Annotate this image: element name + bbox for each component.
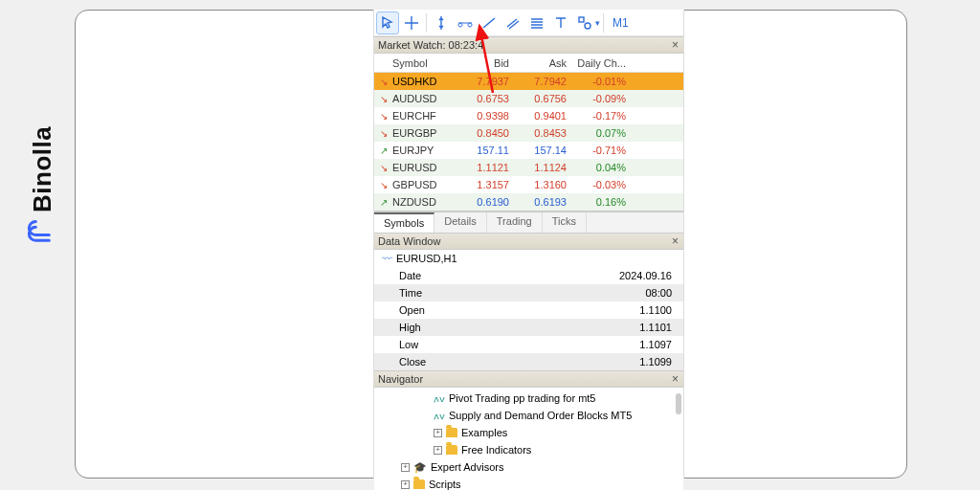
market-watch-row[interactable]: ↘EURCHF0.93980.9401-0.17% — [374, 107, 683, 124]
expand-icon[interactable]: + — [401, 463, 410, 472]
timeframe-button[interactable]: M1 — [607, 11, 635, 34]
data-window-title-bar: Data Window × — [374, 233, 683, 250]
market-watch-row[interactable]: ↘USDHKD7.79377.7942-0.01% — [374, 73, 683, 90]
arrow-down-icon: ↘ — [376, 77, 390, 87]
navigator-item[interactable]: ᴧᴠPivot Trading pp trading for mt5 — [374, 390, 683, 407]
navigator-item[interactable]: ᴧᴠSupply and Demand Order Blocks MT5 — [374, 407, 683, 424]
tab-symbols[interactable]: Symbols — [374, 212, 434, 233]
mt5-panel: ▾ M1 Market Watch: 08:23:4 × Symbol Bid … — [373, 10, 684, 479]
tab-trading[interactable]: Trading — [487, 212, 543, 233]
expand-icon[interactable]: + — [434, 429, 442, 437]
shapes-tool-button[interactable] — [573, 11, 596, 34]
scrollbar-thumb[interactable] — [676, 393, 681, 414]
cursor-tool-button[interactable] — [376, 11, 399, 34]
data-window-row: High1.1101 — [374, 319, 683, 336]
toolbar-separator — [603, 13, 604, 33]
arrow-down-icon: ↘ — [376, 94, 390, 104]
col-bid[interactable]: Bid — [457, 57, 515, 69]
tab-details[interactable]: Details — [434, 212, 487, 233]
folder-icon — [446, 445, 457, 455]
col-ask[interactable]: Ask — [515, 57, 572, 69]
data-window-title: Data Window — [378, 235, 440, 247]
toolbar-separator — [426, 13, 427, 33]
dropdown-caret-icon[interactable]: ▾ — [595, 18, 600, 28]
fibonacci-tool-button[interactable] — [525, 11, 548, 34]
arrow-down-icon: ↘ — [376, 163, 390, 173]
close-icon[interactable]: × — [672, 38, 679, 52]
expand-icon[interactable]: + — [434, 446, 442, 455]
navigator-title: Navigator — [378, 373, 423, 385]
navigator-title-bar: Navigator × — [374, 370, 683, 388]
vertical-line-tool-button[interactable] — [430, 11, 453, 34]
close-icon[interactable]: × — [672, 372, 679, 386]
market-watch-row[interactable]: ↗NZDUSD0.61900.61930.16% — [374, 193, 683, 211]
arrow-down-icon: ↘ — [376, 111, 390, 122]
market-watch-title: Market Watch: 08:23:4 — [378, 39, 483, 51]
navigator-item[interactable]: +🎓Expert Advisors — [374, 458, 683, 476]
horizontal-line-tool-button[interactable] — [454, 11, 477, 34]
data-window-symbol-row[interactable]: 〰 EURUSD,H1 — [374, 250, 683, 267]
market-watch-header-row: Symbol Bid Ask Daily Ch... — [374, 54, 683, 73]
market-watch-rows: ↘USDHKD7.79377.7942-0.01%↘AUDUSD0.67530.… — [374, 73, 683, 212]
data-window-row: Date2024.09.16 — [374, 267, 683, 284]
arrow-down-icon: ↘ — [376, 128, 390, 139]
data-window-row: Open1.1100 — [374, 301, 683, 319]
market-watch-row[interactable]: ↗EURJPY157.11157.14-0.71% — [374, 142, 683, 159]
navigator-item[interactable]: +Examples — [374, 424, 683, 441]
navigator-tree: ᴧᴠPivot Trading pp trading for mt5ᴧᴠSupp… — [374, 388, 683, 490]
indicator-icon: ᴧᴠ — [434, 393, 445, 404]
indicator-icon: ᴧᴠ — [434, 411, 445, 421]
col-daily-change[interactable]: Daily Ch... — [572, 57, 632, 69]
expert-advisor-icon: 🎓 — [413, 461, 427, 474]
market-watch-row[interactable]: ↘GBPUSD1.31571.3160-0.03% — [374, 176, 683, 193]
arrow-up-icon: ↗ — [376, 145, 390, 156]
text-tool-button[interactable] — [549, 11, 572, 34]
market-watch-tabs: Symbols Details Trading Ticks — [374, 212, 683, 233]
trend-line-tool-button[interactable] — [478, 11, 501, 34]
navigator-item[interactable]: +Scripts — [374, 476, 683, 490]
drawing-toolbar: ▾ M1 — [374, 10, 683, 36]
arrow-up-icon: ↗ — [376, 197, 390, 208]
market-watch-row[interactable]: ↘AUDUSD0.67530.6756-0.09% — [374, 90, 683, 107]
data-window-row: Time08:00 — [374, 284, 683, 301]
brand-logo-icon — [27, 218, 57, 245]
arrow-down-icon: ↘ — [376, 180, 390, 190]
market-watch-row[interactable]: ↘EURUSD1.11211.11240.04% — [374, 159, 683, 176]
navigator-item[interactable]: +Free Indicators — [374, 441, 683, 458]
equidistant-channel-tool-button[interactable] — [501, 11, 524, 34]
svg-rect-0 — [579, 17, 584, 22]
folder-icon — [413, 479, 425, 489]
data-window-row: Close1.1099 — [374, 353, 683, 370]
close-icon[interactable]: × — [672, 234, 679, 248]
expand-icon[interactable]: + — [401, 480, 410, 489]
chart-line-icon: 〰 — [382, 253, 392, 264]
market-watch-row[interactable]: ↘EURGBP0.84500.84530.07% — [374, 124, 683, 142]
data-window-row: Low1.1097 — [374, 336, 683, 353]
tab-ticks[interactable]: Ticks — [543, 212, 587, 233]
data-window-rows: Date2024.09.16Time08:00Open1.1100High1.1… — [374, 267, 683, 370]
svg-point-1 — [585, 23, 590, 29]
folder-icon — [446, 428, 457, 437]
brand-logo-block: Binolla — [27, 126, 57, 245]
crosshair-tool-button[interactable] — [400, 11, 423, 34]
brand-name: Binolla — [28, 126, 57, 212]
market-watch-title-bar: Market Watch: 08:23:4 × — [374, 36, 683, 54]
col-symbol[interactable]: Symbol — [390, 57, 457, 69]
